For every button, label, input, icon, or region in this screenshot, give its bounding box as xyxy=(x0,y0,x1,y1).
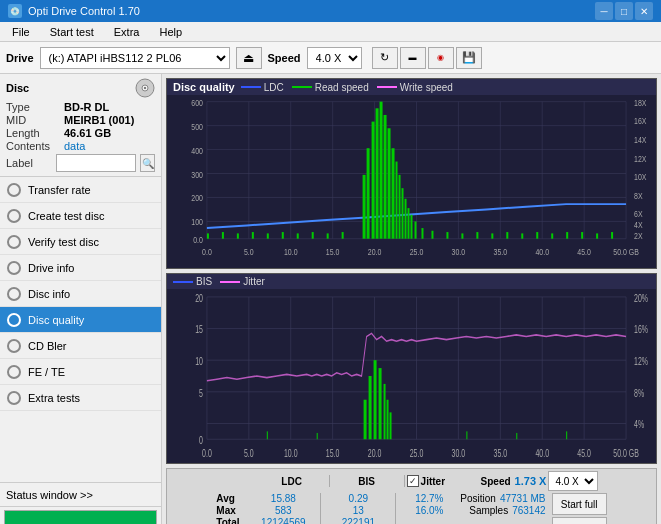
top-chart-panel: Disc quality LDC Read speed Write speed xyxy=(166,78,657,269)
maximize-button[interactable]: □ xyxy=(615,2,633,20)
jitter-checkbox[interactable]: ✓ xyxy=(407,475,419,487)
menu-extra[interactable]: Extra xyxy=(106,23,148,41)
bottom-chart-title-bar: BIS Jitter xyxy=(167,274,656,289)
svg-text:4%: 4% xyxy=(634,419,644,431)
svg-rect-63 xyxy=(380,102,383,239)
nav-cd-bler[interactable]: CD Bler xyxy=(0,333,161,359)
svg-text:100: 100 xyxy=(191,217,203,227)
speed-select-small[interactable]: 4.0 X 2.0 X 8.0 X xyxy=(548,471,598,491)
svg-point-2 xyxy=(144,87,146,89)
nav-disc-info[interactable]: Disc info xyxy=(0,281,161,307)
bis-max: 13 xyxy=(353,505,364,516)
position-label: Position xyxy=(460,493,496,504)
nav-verify-test-disc-label: Verify test disc xyxy=(28,236,99,248)
svg-rect-56 xyxy=(312,232,314,239)
disc-label-input[interactable] xyxy=(56,154,136,172)
svg-text:25.0: 25.0 xyxy=(410,447,424,459)
svg-text:0: 0 xyxy=(199,434,203,446)
nav-extra-tests-label: Extra tests xyxy=(28,392,80,404)
title-bar-controls[interactable]: ─ □ ✕ xyxy=(595,2,653,20)
menu-start-test[interactable]: Start test xyxy=(42,23,102,41)
svg-rect-72 xyxy=(411,215,413,239)
svg-rect-60 xyxy=(367,148,370,238)
toolbar-btn1[interactable]: ▬ xyxy=(400,47,426,69)
svg-text:20.0: 20.0 xyxy=(368,247,382,257)
svg-rect-133 xyxy=(390,412,392,439)
nav-disc-info-label: Disc info xyxy=(28,288,70,300)
disc-length-value: 46.61 GB xyxy=(64,127,111,139)
nav-extra-tests[interactable]: Extra tests xyxy=(0,385,161,411)
svg-rect-129 xyxy=(374,360,377,439)
nav-drive-info-label: Drive info xyxy=(28,262,74,274)
svg-text:10.0: 10.0 xyxy=(284,447,298,459)
nav-verify-test-disc[interactable]: Verify test disc xyxy=(0,229,161,255)
jitter-values: 12.7% 16.0% xyxy=(398,493,460,524)
svg-rect-49 xyxy=(207,233,209,238)
save-button[interactable]: 💾 xyxy=(456,47,482,69)
jitter-total xyxy=(428,517,431,524)
svg-text:20%: 20% xyxy=(634,292,648,304)
start-part-button[interactable]: Start part xyxy=(552,517,607,524)
svg-rect-61 xyxy=(372,122,375,239)
total-label: Total xyxy=(216,517,248,524)
status-section: Status window >> 100.0% 66.26 xyxy=(0,482,161,524)
stats-data-rows: Avg Max Total 15.88 583 12124569 0.29 13… xyxy=(216,493,606,524)
svg-text:50.0 GB: 50.0 GB xyxy=(613,247,639,257)
disc-mid-value: MEIRB1 (001) xyxy=(64,114,134,126)
svg-text:10: 10 xyxy=(195,355,203,367)
nav-items: Transfer rate Create test disc Verify te… xyxy=(0,177,161,482)
refresh-button[interactable]: ↻ xyxy=(372,47,398,69)
menu-file[interactable]: File xyxy=(4,23,38,41)
svg-rect-80 xyxy=(506,232,508,239)
disc-length-row: Length 46.61 GB xyxy=(6,127,155,139)
svg-rect-50 xyxy=(222,232,224,239)
nav-transfer-rate[interactable]: Transfer rate xyxy=(0,177,161,203)
svg-rect-67 xyxy=(396,162,398,239)
svg-rect-75 xyxy=(431,231,433,239)
drive-bar: Drive (k:) ATAPI iHBS112 2 PL06 ⏏ Speed … xyxy=(0,42,661,74)
svg-rect-85 xyxy=(581,232,583,239)
drive-select[interactable]: (k:) ATAPI iHBS112 2 PL06 xyxy=(40,47,230,69)
minimize-button[interactable]: ─ xyxy=(595,2,613,20)
svg-rect-136 xyxy=(466,431,467,439)
nav-fe-te[interactable]: FE / TE xyxy=(0,359,161,385)
svg-text:0.0: 0.0 xyxy=(193,235,203,245)
menu-help[interactable]: Help xyxy=(151,23,190,41)
svg-text:0.0: 0.0 xyxy=(202,247,212,257)
legend-jitter-label: Jitter xyxy=(243,276,265,287)
drive-toolbar-icons: ↻ ▬ ◉ 💾 xyxy=(372,47,482,69)
status-window-button[interactable]: Status window >> xyxy=(0,483,161,507)
start-full-button[interactable]: Start full xyxy=(552,493,607,515)
eject-button[interactable]: ⏏ xyxy=(236,47,262,69)
val-divider1 xyxy=(320,493,321,524)
stats-bar: LDC BIS ✓ Jitter Speed 1.73 X 4.0 X 2.0 … xyxy=(166,468,657,524)
svg-rect-131 xyxy=(384,384,386,439)
samples-row: Samples 763142 xyxy=(469,505,545,516)
disc-mid-label: MID xyxy=(6,114,64,126)
speed-select[interactable]: 4.0 X 1.0 X 2.0 X 6.0 X 8.0 X xyxy=(307,47,362,69)
svg-text:10.0: 10.0 xyxy=(284,247,298,257)
disc-type-row: Type BD-R DL xyxy=(6,101,155,113)
toolbar-btn2[interactable]: ◉ xyxy=(428,47,454,69)
disc-info-icon xyxy=(6,286,22,302)
svg-text:5.0: 5.0 xyxy=(244,247,254,257)
nav-create-test-disc[interactable]: Create test disc xyxy=(0,203,161,229)
svg-text:0.0: 0.0 xyxy=(202,447,212,459)
create-test-disc-icon xyxy=(6,208,22,224)
ldc-col-header: LDC xyxy=(257,476,327,487)
svg-rect-78 xyxy=(476,232,478,239)
max-label: Max xyxy=(216,505,248,516)
stats-header-row: LDC BIS ✓ Jitter Speed 1.73 X 4.0 X 2.0 … xyxy=(225,471,599,491)
svg-rect-52 xyxy=(252,232,254,239)
nav-disc-quality[interactable]: Disc quality xyxy=(0,307,161,333)
sidebar: Disc Type BD-R DL MID MEIRB1 (001) Leng xyxy=(0,74,162,524)
close-button[interactable]: ✕ xyxy=(635,2,653,20)
disc-label-button[interactable]: 🔍 xyxy=(140,154,155,172)
bis-values: 0.29 13 222191 xyxy=(323,493,393,524)
nav-fe-te-label: FE / TE xyxy=(28,366,65,378)
nav-drive-info[interactable]: Drive info xyxy=(0,255,161,281)
top-chart-legend: LDC Read speed Write speed xyxy=(241,82,453,93)
svg-rect-66 xyxy=(392,148,395,238)
legend-read-speed: Read speed xyxy=(292,82,369,93)
legend-write-speed-label: Write speed xyxy=(400,82,453,93)
